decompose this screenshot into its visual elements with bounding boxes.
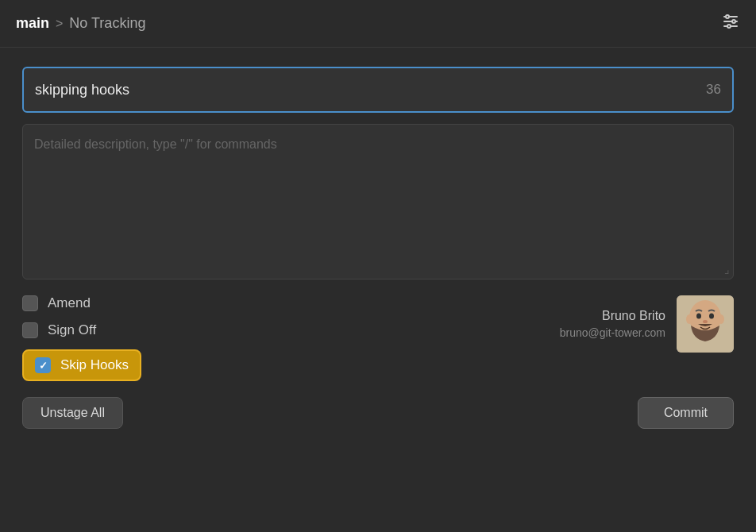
breadcrumb-main: main — [16, 15, 49, 32]
resize-handle-icon: ⌟ — [724, 263, 730, 276]
svg-point-5 — [727, 25, 731, 28]
user-info: Bruno Brito bruno@git-tower.com — [560, 295, 734, 353]
amend-label: Amend — [48, 295, 91, 311]
svg-point-12 — [703, 320, 708, 323]
commit-description-textarea[interactable] — [23, 125, 733, 276]
settings-icon[interactable] — [721, 12, 740, 35]
user-email: bruno@git-tower.com — [560, 326, 665, 339]
commit-subject-count: 36 — [706, 82, 721, 98]
breadcrumb: main > No Tracking — [16, 15, 145, 32]
signoff-option[interactable]: Sign Off — [22, 322, 141, 338]
header: main > No Tracking — [0, 0, 756, 48]
skiphooks-checkbox[interactable] — [35, 357, 51, 373]
svg-point-9 — [718, 314, 724, 324]
avatar — [677, 295, 734, 353]
svg-point-3 — [726, 15, 729, 18]
amend-checkbox[interactable] — [22, 295, 38, 311]
breadcrumb-sub: No Tracking — [69, 15, 145, 32]
unstage-all-button[interactable]: Unstage All — [22, 397, 123, 429]
checkboxes-column: Amend Sign Off Skip Hooks — [22, 295, 141, 381]
svg-point-8 — [686, 314, 692, 324]
signoff-label: Sign Off — [48, 322, 96, 338]
svg-point-11 — [709, 314, 714, 319]
svg-point-4 — [732, 20, 735, 23]
user-text: Bruno Brito bruno@git-tower.com — [560, 309, 665, 339]
bottom-row: Unstage All Commit — [22, 397, 734, 437]
options-row: Amend Sign Off Skip Hooks Bruno Brito br… — [22, 295, 734, 381]
main-content: 36 ⌟ Amend Sign Off Skip Hooks — [0, 48, 756, 437]
skiphooks-label: Skip Hooks — [60, 357, 129, 373]
amend-option[interactable]: Amend — [22, 295, 141, 311]
commit-description-wrapper: ⌟ — [22, 124, 734, 279]
skiphooks-option[interactable]: Skip Hooks — [22, 349, 141, 381]
commit-button[interactable]: Commit — [638, 397, 734, 429]
svg-point-10 — [696, 314, 701, 319]
user-name: Bruno Brito — [560, 309, 665, 323]
signoff-checkbox[interactable] — [22, 322, 38, 338]
commit-subject-wrapper: 36 — [22, 67, 734, 113]
breadcrumb-separator: > — [56, 17, 63, 31]
commit-subject-input[interactable] — [35, 82, 698, 98]
